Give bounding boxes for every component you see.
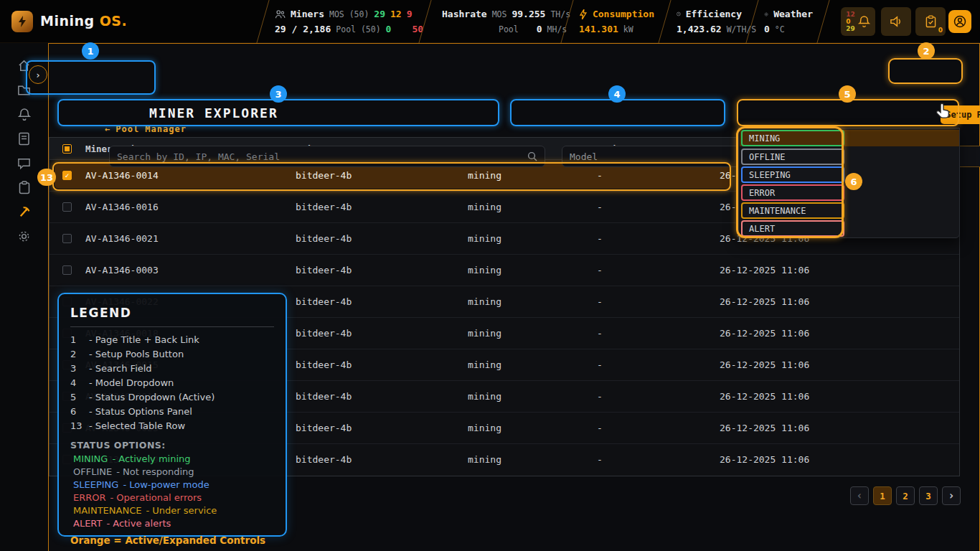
status-option-mining[interactable]: MINING — [741, 130, 844, 146]
efficiency-clock-icon — [677, 9, 681, 19]
cell-last-seen: 26-12-2025 11:06 — [720, 359, 809, 370]
model-placeholder: Model — [570, 151, 598, 162]
cell-status: mining — [468, 233, 501, 244]
miners-pool-scope: Pool (50) — [336, 24, 380, 34]
pagination-page-3[interactable]: 3 — [919, 486, 938, 505]
app-logo[interactable] — [11, 11, 33, 32]
cell-miner-code: AV-A1346-0014 — [85, 170, 159, 181]
row-checkbox[interactable] — [62, 202, 72, 212]
legend-item: 1- Page Title + Back Link — [70, 333, 274, 347]
legend-footer-note: Orange = Active/Expanded Controls — [70, 534, 274, 546]
legend-status-alert: ALERT- Active alerts — [70, 517, 274, 530]
search-input[interactable] — [117, 151, 527, 162]
profile-button[interactable] — [948, 10, 971, 33]
hashrate-pool-value: 0 — [537, 24, 542, 34]
cell-unit: bitdeer-4b — [296, 296, 352, 307]
brand-name: Mining — [40, 13, 95, 29]
cell-hashrate: - — [597, 454, 603, 465]
document-icon — [18, 132, 30, 146]
hashrate-mos-value: 99.255 — [512, 9, 545, 19]
row-checkbox[interactable] — [62, 265, 72, 275]
cell-unit: bitdeer-4b — [296, 202, 352, 212]
legend-status-maintenance: MAINTENANCE- Under service — [70, 504, 274, 517]
row-checkbox[interactable] — [62, 234, 72, 243]
cell-miner-code: AV-A1346-0016 — [85, 202, 159, 212]
miners-total: 29 / 2,186 — [275, 24, 331, 34]
notification-count-critical: 12 — [846, 11, 855, 18]
sidebar-item-chat[interactable] — [12, 156, 37, 170]
select-all-checkbox[interactable] — [62, 144, 72, 154]
status-option-alert[interactable]: ALERT — [741, 220, 844, 237]
pagination-prev-button[interactable]: ‹ — [850, 486, 869, 505]
back-link-pool-manager[interactable]: ← Pool Manager — [105, 124, 187, 134]
status-option-maintenance[interactable]: MAINTENANCE — [741, 202, 844, 219]
legend-item: 3- Search Field — [70, 362, 274, 376]
cell-status: mining — [468, 265, 501, 276]
legend-item: 13- Selected Table Row — [70, 419, 274, 433]
cell-hashrate: - — [597, 170, 603, 181]
row-checkbox-checked[interactable]: ✓ — [62, 171, 72, 180]
stat-weather: Weather 0 °C — [745, 0, 829, 43]
stat-hashrate: Hashrate MOS 99.255 TH/s Pool 0 MH/s — [418, 0, 573, 43]
cell-unit: bitdeer-4b — [296, 233, 352, 244]
sidebar-item-tasks[interactable] — [12, 181, 37, 194]
weather-label: Weather — [773, 9, 813, 19]
miners-pool-ok: 0 — [386, 24, 392, 34]
cell-unit: bitdeer-4b — [296, 265, 352, 276]
speaker-icon — [890, 16, 903, 27]
cell-status: mining — [468, 359, 501, 370]
tasks-button[interactable]: 0 — [915, 7, 946, 36]
hashrate-label: Hashrate — [442, 9, 487, 19]
status-option-sleeping[interactable]: SLEEPING — [741, 166, 844, 183]
gear-icon — [17, 230, 31, 243]
stat-miners: Miners MOS (50) 29 12 9 29 / 2,186 Pool … — [256, 0, 430, 43]
pagination-next-button[interactable]: › — [942, 486, 961, 505]
miners-group-icon — [275, 9, 286, 19]
sidebar-item-mining-active[interactable] — [12, 205, 37, 219]
chat-bubble-icon — [17, 157, 31, 170]
cell-status: mining — [468, 170, 501, 181]
legend-title: LEGEND — [70, 306, 274, 320]
hashrate-mos-label: MOS — [492, 9, 507, 19]
setup-pools-button[interactable]: Setup Pools — [941, 105, 980, 124]
search-field[interactable] — [109, 146, 545, 167]
option-label: MAINTENANCE — [749, 206, 806, 216]
sidebar-collapse-button[interactable]: › — [29, 65, 47, 84]
legend-item: 4- Model Dropdown — [70, 376, 274, 390]
efficiency-value: 1,423.62 — [677, 24, 722, 34]
sidebar-item-reports[interactable] — [12, 132, 37, 146]
sidebar-item-folders[interactable] — [12, 83, 37, 97]
cell-unit: bitdeer-4b — [296, 454, 352, 465]
status-options-panel: MINING OFFLINE SLEEPING ERROR MAINTENANC… — [738, 128, 960, 238]
option-label: ERROR — [749, 188, 775, 198]
stat-consumption: Consumption 141.301 kW — [560, 0, 670, 43]
bell-icon — [858, 15, 870, 28]
tasks-badge: 0 — [938, 27, 943, 34]
status-option-error[interactable]: ERROR — [741, 184, 844, 201]
sidebar-item-settings[interactable] — [12, 230, 37, 243]
announcements-button[interactable] — [881, 7, 911, 36]
sidebar-item-alerts[interactable] — [12, 108, 37, 121]
table-row[interactable]: AV-A1346-0003 bitdeer-4b mining - 26-12-… — [50, 255, 959, 286]
consumption-label: Consumption — [593, 9, 654, 19]
legend-status-mining: MINING- Actively mining — [70, 453, 274, 466]
cell-last-seen: 26-12-2025 11:06 — [720, 423, 809, 433]
cell-unit: bitdeer-4b — [296, 328, 352, 339]
legend-item: 5- Status Dropdown (Active) — [70, 390, 274, 405]
option-label: OFFLINE — [749, 152, 786, 162]
pagination-page-2[interactable]: 2 — [896, 486, 915, 505]
weather-value: 0 — [764, 24, 770, 34]
consumption-unit: kW — [623, 24, 633, 34]
brand-suffix: OS. — [100, 13, 128, 29]
cell-hashrate: - — [597, 296, 603, 307]
option-label: MINING — [749, 133, 780, 143]
cell-last-seen: 26-12-2025 11:06 — [720, 328, 809, 339]
cell-unit: bitdeer-4b — [296, 391, 352, 402]
cell-hashrate: - — [597, 328, 603, 339]
status-option-offline[interactable]: OFFLINE — [741, 149, 844, 165]
pagination-page-1[interactable]: 1 — [873, 486, 892, 505]
clipboard-check-icon — [925, 15, 936, 28]
miners-err-count: 9 — [407, 9, 413, 19]
notifications-button[interactable]: 12 0 29 — [841, 7, 875, 36]
miners-scope: MOS (50) — [329, 9, 369, 19]
